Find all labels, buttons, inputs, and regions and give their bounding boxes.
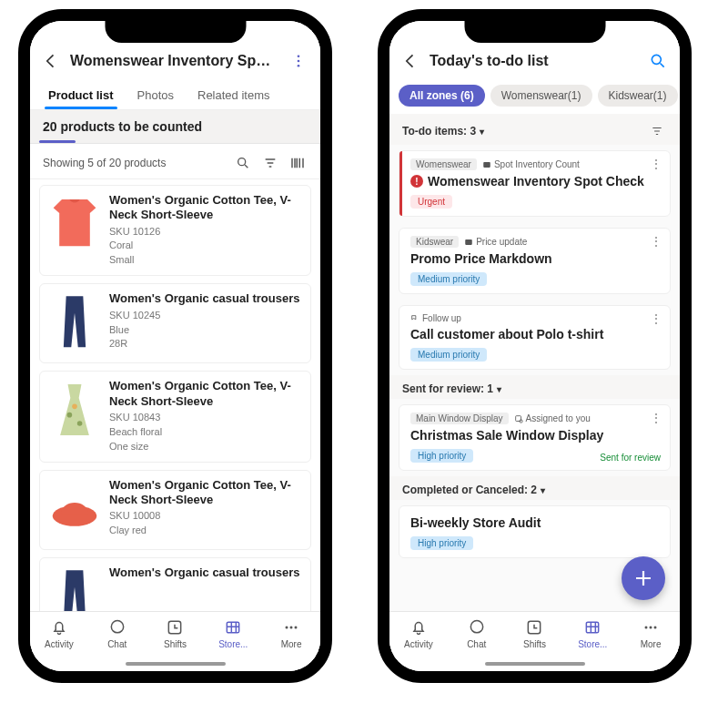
screen-right: Today's to-do list All zones (6) Womensw… — [389, 21, 680, 671]
showing-row: Showing 5 of 20 products — [30, 144, 320, 179]
phone-left: Womenswear Inventory Spot Check Product … — [18, 9, 332, 683]
product-thumb-hat — [49, 478, 100, 542]
task-card[interactable]: ⋮ Main Window Display Assigned to you Ch… — [399, 404, 671, 471]
group-todo-header[interactable]: To-do items: 3▾ — [389, 114, 680, 145]
priority-badge: High priority — [410, 536, 473, 550]
nav-label: Activity — [45, 639, 74, 649]
task-type: Assigned to you — [514, 413, 591, 423]
filter-icon[interactable] — [260, 153, 280, 173]
product-list[interactable]: Women's Organic Cotton Tee, V-Neck Short… — [30, 179, 320, 611]
product-name: Women's Organic Cotton Tee, V-Neck Short… — [109, 193, 301, 223]
task-menu-icon[interactable]: ⋮ — [650, 311, 662, 326]
task-menu-icon[interactable]: ⋮ — [650, 234, 662, 249]
page-title: Womenswear Inventory Spot Check — [70, 53, 278, 69]
task-title: Bi-weekly Store Audit — [410, 515, 661, 530]
nav-label: Shifts — [523, 639, 546, 649]
svg-point-4 — [67, 413, 73, 418]
product-color: Beach floral — [109, 425, 301, 440]
filter-chips: All zones (6) Womenswear(1) Kidswear(1) — [389, 79, 680, 114]
nav-store[interactable]: Store... — [568, 617, 617, 649]
nav-label: Activity — [404, 639, 433, 649]
product-sku: SKU 10126 — [109, 225, 301, 239]
group-review-header[interactable]: Sent for review: 1▾ — [389, 375, 680, 399]
nav-activity[interactable]: Activity — [35, 617, 84, 649]
chat-icon — [467, 617, 487, 637]
bottom-nav: Activity Chat Shifts Store... More — [389, 611, 680, 671]
product-row[interactable]: Women's Organic casual trousers — [39, 557, 311, 611]
nav-shifts[interactable]: Shifts — [150, 617, 199, 649]
task-type: Follow up — [410, 313, 461, 323]
more-menu-icon[interactable] — [288, 50, 309, 72]
bell-icon — [409, 617, 429, 637]
svg-point-22 — [645, 627, 648, 629]
nav-activity[interactable]: Activity — [394, 617, 443, 649]
nav-label: Shifts — [164, 639, 187, 649]
task-zone-tag: Kidswear — [410, 236, 459, 248]
clock-icon — [165, 617, 185, 637]
nav-label: Chat — [107, 639, 126, 649]
task-title: Promo Price Markdown — [410, 251, 661, 266]
search-icon[interactable] — [647, 50, 669, 72]
task-tags: Womenswear Spot Inventory Count — [410, 158, 661, 170]
product-size: Small — [109, 253, 301, 268]
task-card[interactable]: Bi-weekly Store Audit High priority — [399, 505, 671, 558]
nav-label: Store... — [578, 639, 607, 649]
product-name: Women's Organic casual trousers — [109, 565, 301, 580]
back-button[interactable] — [400, 51, 420, 71]
group-label: Completed or Canceled: 2 — [402, 484, 537, 496]
nav-label: More — [281, 639, 302, 649]
task-card[interactable]: ⋮ Follow up Call customer about Polo t-s… — [399, 305, 671, 370]
store-icon — [582, 617, 602, 637]
nav-shifts[interactable]: Shifts — [510, 617, 559, 649]
product-sku: SKU 10008 — [109, 509, 301, 524]
nav-more[interactable]: More — [626, 617, 675, 649]
back-button[interactable] — [41, 51, 61, 71]
store-icon — [223, 617, 243, 637]
nav-chat[interactable]: Chat — [452, 617, 501, 649]
barcode-icon[interactable] — [288, 153, 308, 173]
home-indicator — [126, 662, 226, 666]
product-row[interactable]: Women's Organic Cotton Tee, V-Neck Short… — [39, 470, 311, 550]
svg-rect-17 — [515, 415, 521, 421]
nav-chat[interactable]: Chat — [93, 617, 142, 649]
chip-womenswear[interactable]: Womenswear(1) — [490, 85, 592, 107]
search-icon[interactable] — [233, 153, 253, 173]
chip-all-zones[interactable]: All zones (6) — [399, 85, 485, 107]
tab-photos[interactable]: Photos — [134, 83, 177, 109]
product-sku: SKU 10245 — [109, 309, 301, 323]
task-title: Call customer about Polo t-shirt — [410, 327, 661, 341]
product-thumb-trousers — [49, 291, 100, 355]
filter-icon[interactable] — [647, 121, 667, 141]
task-card[interactable]: ⋮ Womenswear Spot Inventory Count !Women… — [399, 150, 671, 217]
product-row[interactable]: Women's Organic Cotton Tee, V-Neck Short… — [39, 185, 311, 276]
group-done-header[interactable]: Completed or Canceled: 2▾ — [389, 476, 680, 500]
priority-badge: Medium priority — [410, 272, 487, 286]
status-badge: Sent for review — [600, 453, 661, 463]
task-card[interactable]: ⋮ Kidswear Price update Promo Price Mark… — [399, 228, 671, 294]
task-title: !Womenswear Inventory Spot Check — [410, 174, 661, 188]
svg-point-5 — [77, 422, 83, 427]
task-menu-icon[interactable]: ⋮ — [650, 157, 662, 171]
task-zone-tag: Womenswear — [410, 158, 477, 170]
svg-point-14 — [652, 55, 661, 64]
svg-rect-10 — [228, 622, 239, 633]
nav-more[interactable]: More — [267, 617, 316, 649]
task-tags: Main Window Display Assigned to you — [410, 413, 661, 424]
task-tags: Kidswear Price update — [410, 236, 661, 248]
chip-kidswear[interactable]: Kidswear(1) — [598, 85, 678, 107]
svg-point-0 — [298, 55, 300, 57]
tab-product-list[interactable]: Product list — [45, 83, 117, 109]
progress-indicator — [39, 140, 76, 143]
product-row[interactable]: Women's Organic Cotton Tee, V-Neck Short… — [39, 371, 311, 462]
product-row[interactable]: Women's Organic casual trousers SKU 1024… — [39, 283, 311, 363]
nav-store[interactable]: Store... — [208, 617, 258, 649]
chevron-down-icon: ▾ — [480, 127, 484, 137]
add-task-fab[interactable] — [622, 556, 665, 600]
task-menu-icon[interactable]: ⋮ — [650, 411, 662, 425]
group-label: Sent for review: 1 — [402, 382, 493, 395]
showing-text: Showing 5 of 20 products — [43, 157, 166, 169]
svg-point-11 — [286, 627, 288, 629]
bell-icon — [49, 617, 69, 637]
tab-related-items[interactable]: Related items — [194, 83, 273, 109]
notch — [464, 19, 605, 43]
